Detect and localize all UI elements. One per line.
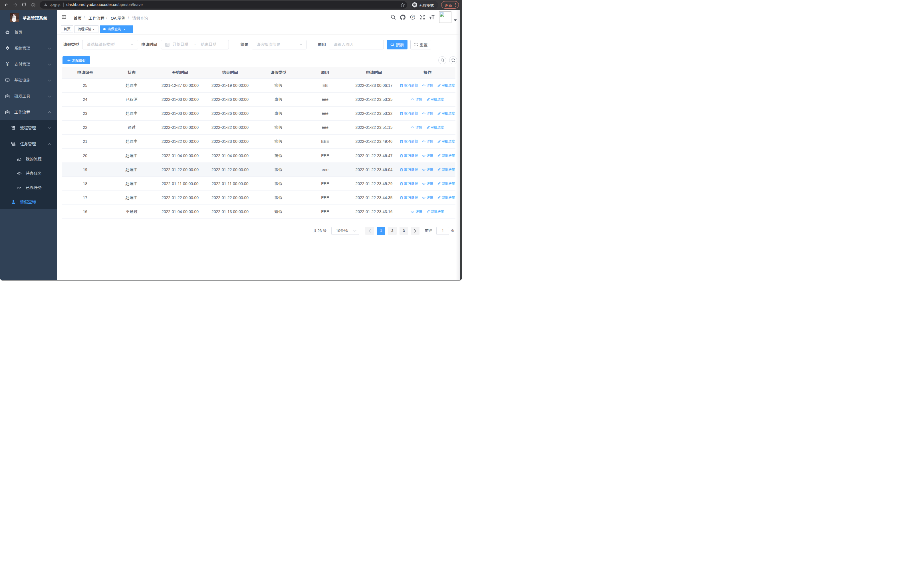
svg-text:?: ? <box>411 15 413 19</box>
